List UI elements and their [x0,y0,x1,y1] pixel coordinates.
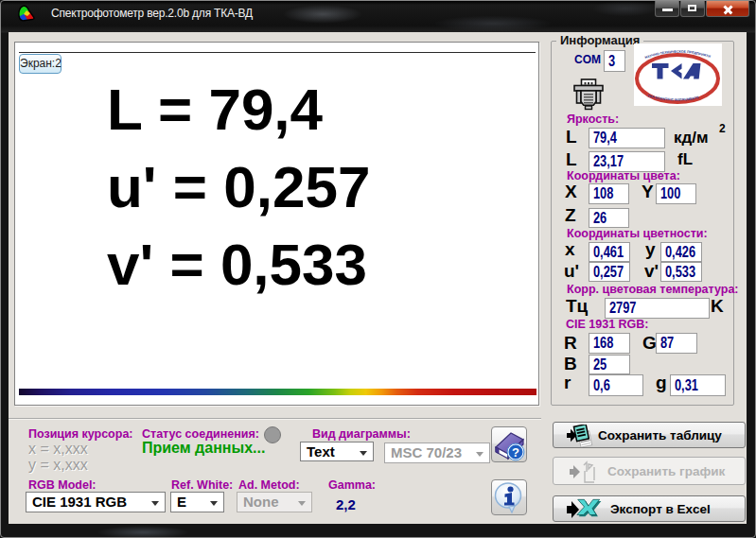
svg-text:?: ? [512,445,519,460]
svg-text:TKA SCIENTIFIC INSTRUMENTS: TKA SCIENTIFIC INSTRUMENTS [647,94,700,102]
